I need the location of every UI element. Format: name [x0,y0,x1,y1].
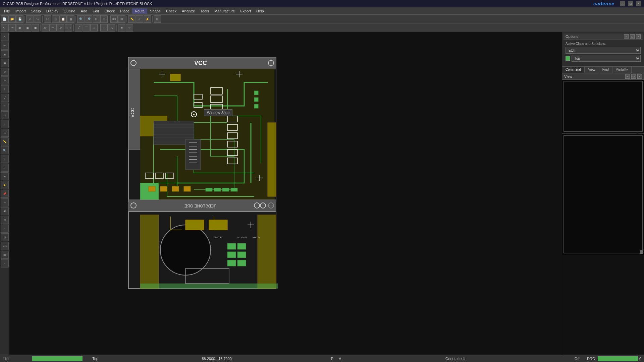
sidebar-check[interactable]: ✓ [1,164,9,172]
menu-check2[interactable]: Check [163,8,179,14]
sidebar-pin[interactable]: 📌 [1,190,9,198]
tab-visibility[interactable]: Visibility [612,67,632,73]
sidebar-place[interactable]: ⊕ [1,68,9,76]
view-close-btn[interactable]: × [637,74,642,79]
sidebar-via[interactable]: ◉ [1,50,9,58]
tb-undo[interactable]: ↩ [26,15,34,23]
tb2-route[interactable]: 〜 [8,24,16,32]
sidebar-copper[interactable]: ◼ [1,59,9,67]
sidebar-text[interactable]: T [1,85,9,93]
tb2-via[interactable]: ◉ [16,24,23,32]
tb-paste[interactable]: 📋 [59,15,67,23]
view-minimize-btn[interactable]: − [625,74,630,79]
view-float-btn[interactable]: □ [631,74,636,79]
menu-help[interactable]: Help [254,8,267,14]
tb2-rotate[interactable]: ↻ [57,24,64,32]
sidebar-move[interactable]: ✛ [1,76,9,84]
sidebar-delete[interactable]: ✖ [1,207,9,215]
tb2-line[interactable]: ╱ [75,24,82,32]
menu-tools[interactable]: Tools [198,8,212,14]
sidebar-circle[interactable]: ○ [1,120,9,128]
svg-rect-77 [227,260,236,266]
tb2-flip[interactable]: ⟷ [65,24,72,32]
sidebar-net[interactable]: ⚡ [1,181,9,189]
tb2-copper[interactable]: ◼ [32,24,39,32]
options-float-btn[interactable]: □ [630,34,635,39]
menu-manufacture[interactable]: Manufacture [212,8,237,14]
maximize-button[interactable]: □ [628,1,633,6]
sidebar-polygon[interactable]: ⬡ [1,129,9,137]
class-dropdown[interactable]: Etch [566,47,641,54]
status-drc-bar [598,356,638,361]
menu-export[interactable]: Export [237,8,254,14]
menu-import[interactable]: Import [13,8,29,14]
tab-view[interactable]: View [585,67,599,73]
sidebar-prop[interactable]: ⚙ [1,216,9,224]
sidebar-arc[interactable]: ⌒ [1,103,9,111]
sidebar-line[interactable]: ╱ [1,94,9,102]
tb-delete[interactable]: 🗑 [67,15,74,23]
tb2-highlight[interactable]: ★ [118,24,125,32]
options-minimize-btn[interactable]: − [624,34,629,39]
tb2-text[interactable]: T [100,24,108,32]
tb-zoom-fit[interactable]: ⊞ [93,15,100,23]
view-minimap-top[interactable] [562,80,644,133]
minimize-button[interactable]: − [620,1,625,6]
tb-grid[interactable]: ⊞ [118,15,125,23]
sidebar-edit[interactable]: ✏ [1,198,9,206]
tb-save[interactable]: 💾 [16,15,23,23]
menu-check[interactable]: Check [102,8,117,14]
sidebar-layer[interactable]: ≡ [1,225,9,233]
tb2-dehighlight[interactable]: ☆ [126,24,133,32]
sidebar-rect[interactable]: □ [1,111,9,119]
sidebar-mirror[interactable]: ⟷ [1,242,9,250]
tab-find[interactable]: Find [599,67,612,73]
tb-open[interactable]: 📂 [8,15,16,23]
sidebar-misc[interactable]: ≈ [1,259,9,267]
options-close-btn[interactable]: × [636,34,641,39]
sidebar-info[interactable]: ℹ [1,155,9,163]
tb-copy[interactable]: ⎘ [52,15,59,23]
menu-add[interactable]: Add [78,8,90,14]
menu-place[interactable]: Place [117,8,132,14]
tb-zoom-out[interactable]: 🔎 [85,15,92,23]
menu-setup[interactable]: Setup [29,8,44,14]
close-button[interactable]: × [636,1,641,6]
tb-cut[interactable]: ✂ [44,15,51,23]
tb2-move[interactable]: ✛ [49,24,57,32]
menu-shape[interactable]: Shape [147,8,163,14]
tb-redo[interactable]: ↪ [34,15,41,23]
sidebar-route[interactable]: 〜 [1,42,9,50]
sidebar-zoom[interactable]: 🔍 [1,146,9,154]
tb-new[interactable]: 📄 [1,15,8,23]
sidebar-measure[interactable]: 📏 [1,137,9,145]
tb2-select[interactable]: ↖ [1,24,8,32]
sidebar-select[interactable]: ↖ [1,33,9,41]
menu-analyze[interactable]: Analyze [179,8,198,14]
tb-zoom-select[interactable]: ⊟ [100,15,108,23]
minimap-resize-handle[interactable] [640,250,643,254]
menu-edit[interactable]: Edit [90,8,102,14]
menu-display[interactable]: Display [44,8,61,14]
tb-3d[interactable]: 3D [110,15,118,23]
tb-netlist[interactable]: ⚡ [144,15,151,23]
canvas-area[interactable]: VCC VCC [9,32,562,355]
tab-command[interactable]: Command [562,67,585,73]
tb2-plane[interactable]: ▣ [24,24,31,32]
tb-zoom-in[interactable]: 🔍 [77,15,85,23]
tb2-component[interactable]: ⊕ [42,24,49,32]
tb2-rect[interactable]: □ [90,24,98,32]
tb-settings[interactable]: ⚙ [154,15,161,23]
tb2-arc[interactable]: ⌒ [83,24,90,32]
tb2-label[interactable]: A [108,24,115,32]
tb-drc[interactable]: ✓ [136,15,143,23]
menu-outline[interactable]: Outline [61,8,78,14]
menu-route[interactable]: Route [132,8,147,14]
sidebar-snap[interactable]: ⊡ [1,233,9,241]
menu-file[interactable]: File [1,8,13,14]
tb-measure[interactable]: 📏 [128,15,136,23]
sidebar-group[interactable]: ▦ [1,251,9,259]
subclass-dropdown[interactable]: Top [572,55,641,62]
sidebar-highlight[interactable]: ★ [1,172,9,180]
view-minimap-bottom[interactable] [562,134,644,255]
